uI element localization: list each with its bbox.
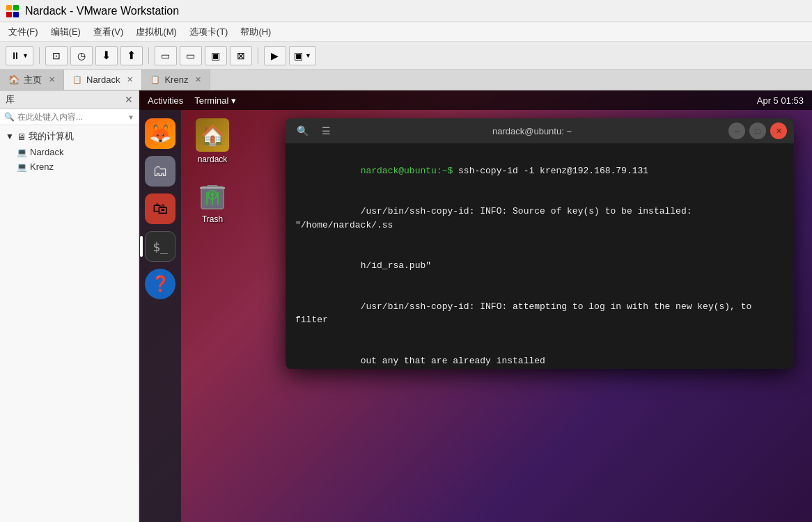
- sidebar-search-bar[interactable]: 🔍 ▼: [0, 109, 139, 125]
- unity-icon: ▶: [271, 50, 279, 61]
- app-icon: [6, 4, 19, 18]
- view4-button[interactable]: ⊠: [230, 46, 252, 65]
- search-input[interactable]: [17, 112, 127, 122]
- toolbar-separator-3: [258, 47, 258, 64]
- terminal-icon: $_: [153, 239, 168, 254]
- tab-nardack-close[interactable]: ✕: [127, 75, 133, 84]
- vm-icon-nardack: 💻: [17, 148, 27, 157]
- tab-home-close[interactable]: ✕: [49, 75, 55, 84]
- toolbar: ⏸ ▼ ⊡ ◷ ⬇ ⬆ ▭ ▭ ▣ ⊠ ▶ ▣ ▼: [0, 42, 812, 70]
- tab-krenz[interactable]: 📋 Krenz ✕: [142, 70, 210, 90]
- terminal-minimize-button[interactable]: –: [728, 122, 745, 139]
- pause-dropdown[interactable]: ▼: [22, 52, 29, 59]
- view2-icon: ▭: [186, 50, 195, 61]
- menu-view[interactable]: 查看(V): [88, 22, 129, 41]
- sidebar-tree: ▼ 🖥 我的计算机 💻 Nardack 💻 Krenz: [0, 125, 139, 522]
- view4-icon: ⊠: [237, 50, 245, 61]
- view1-button[interactable]: ▭: [155, 46, 177, 65]
- menu-file[interactable]: 文件(F): [3, 22, 44, 41]
- sidebar-title: 库: [6, 93, 15, 106]
- terminal-search-button[interactable]: 🔍: [292, 121, 312, 141]
- ubuntu-topbar: Activities Terminal ▾ Apr 5 01:53: [139, 90, 812, 110]
- unity-button[interactable]: ▶: [264, 46, 286, 65]
- activities-button[interactable]: Activities: [148, 95, 183, 106]
- tab-home[interactable]: 🏠 主页 ✕: [0, 70, 64, 90]
- menu-help[interactable]: 帮助(H): [235, 22, 276, 41]
- tree-item-nardack[interactable]: 💻 Nardack: [0, 145, 139, 159]
- desktop-icon-nardack[interactable]: 🏠 nardack: [188, 118, 237, 164]
- tab-home-label: 主页: [24, 74, 42, 86]
- home-folder-label: nardack: [198, 155, 228, 164]
- ubuntu-dock: 🦊 🗂 🛍 $_ ❓: [139, 110, 181, 522]
- tree-root[interactable]: ▼ 🖥 我的计算机: [0, 128, 139, 145]
- tab-krenz-label: Krenz: [164, 74, 188, 85]
- display-icon: ▣: [294, 50, 303, 61]
- tree-root-label: 我的计算机: [29, 130, 74, 143]
- monitor-button[interactable]: ⊡: [45, 46, 68, 65]
- view2-button[interactable]: ▭: [180, 46, 202, 65]
- toolbar-separator-1: [39, 47, 40, 64]
- tree-item-krenz[interactable]: 💻 Krenz: [0, 159, 139, 174]
- term-line-3: h/id_rsa.pub": [295, 246, 784, 287]
- search-icon: 🔍: [4, 112, 15, 122]
- pause-button[interactable]: ⏸ ▼: [6, 46, 33, 65]
- search-dropdown-icon[interactable]: ▼: [127, 113, 134, 121]
- terminal-body[interactable]: nardack@ubuntu:~$ ssh-copy-id -i krenz@1…: [286, 143, 794, 369]
- terminal-window-controls: – □ ✕: [728, 122, 787, 139]
- home-folder-icon: 🏠: [196, 118, 229, 152]
- topbar-app-name[interactable]: Terminal ▾: [194, 95, 236, 106]
- titlebar: Nardack - VMware Workstation: [0, 0, 812, 22]
- terminal-maximize-button[interactable]: □: [749, 122, 766, 139]
- display-dropdown-icon[interactable]: ▼: [305, 52, 311, 59]
- menu-edit[interactable]: 编辑(E): [45, 22, 86, 41]
- terminal-title: nardack@ubuntu: ~: [336, 126, 728, 136]
- revert-button[interactable]: ⬇: [95, 46, 118, 65]
- dock-files[interactable]: 🗂: [145, 156, 175, 187]
- sidebar-header: 库 ✕: [0, 90, 139, 109]
- tab-nardack[interactable]: 📋 Nardack ✕: [64, 70, 142, 90]
- tab-nardack-icon: 📋: [72, 75, 82, 84]
- toolbar-separator-2: [148, 47, 149, 64]
- sidebar-close-icon[interactable]: ✕: [125, 94, 133, 105]
- term-prompt-1: nardack@ubuntu:~$: [361, 166, 458, 176]
- files-icon: 🗂: [153, 162, 168, 180]
- appstore-icon: 🛍: [153, 200, 168, 218]
- terminal-menu-button[interactable]: ☰: [316, 121, 336, 141]
- menu-tabs[interactable]: 选项卡(T): [184, 22, 234, 41]
- tab-krenz-icon: 📋: [150, 75, 160, 84]
- dock-terminal[interactable]: $_: [145, 231, 175, 262]
- sidebar: 库 ✕ 🔍 ▼ ▼ 🖥 我的计算机 💻 Nardack 💻 Krenz: [0, 90, 139, 522]
- revert-icon: ⬇: [102, 49, 111, 62]
- view3-button[interactable]: ▣: [205, 46, 227, 65]
- menu-vm[interactable]: 虚拟机(M): [130, 22, 182, 41]
- view3-icon: ▣: [211, 50, 220, 61]
- tab-home-icon: 🏠: [8, 74, 19, 85]
- terminal-search-icon: 🔍: [297, 125, 309, 136]
- monitor-icon: ⊡: [52, 50, 61, 61]
- tree-item-nardack-label: Nardack: [30, 147, 63, 157]
- topbar-time: Apr 5 01:53: [757, 95, 804, 106]
- help-icon: ❓: [151, 275, 170, 293]
- dock-help[interactable]: ❓: [145, 269, 175, 299]
- share-icon: ⬆: [127, 49, 136, 62]
- pause-icon: ⏸: [10, 50, 20, 61]
- desktop-icon-trash[interactable]: Trash: [188, 178, 237, 224]
- vm-icon-krenz: 💻: [17, 162, 27, 172]
- share-button[interactable]: ⬆: [120, 46, 143, 65]
- terminal-titlebar: 🔍 ☰ nardack@ubuntu: ~ – □: [286, 118, 794, 143]
- terminal-window[interactable]: 🔍 ☰ nardack@ubuntu: ~ – □: [286, 118, 794, 369]
- menubar: 文件(F) 编辑(E) 查看(V) 虚拟机(M) 选项卡(T) 帮助(H): [0, 22, 812, 42]
- snapshot-icon: ◷: [77, 50, 86, 61]
- vm-display-area[interactable]: Activities Terminal ▾ Apr 5 01:53 🦊 🗂 🛍 …: [139, 90, 812, 522]
- term-line-1: nardack@ubuntu:~$ ssh-copy-id -i krenz@1…: [295, 150, 784, 191]
- svg-rect-3: [13, 12, 19, 17]
- terminal-close-button[interactable]: ✕: [770, 122, 787, 139]
- dock-appstore[interactable]: 🛍: [145, 193, 175, 224]
- svg-rect-1: [13, 5, 19, 10]
- ubuntu-desktop[interactable]: Activities Terminal ▾ Apr 5 01:53 🦊 🗂 🛍 …: [139, 90, 812, 522]
- display-button[interactable]: ▣ ▼: [289, 46, 316, 65]
- desktop-icons: 🏠 nardack Tr: [188, 118, 237, 224]
- snapshot-button[interactable]: ◷: [70, 46, 93, 65]
- tab-krenz-close[interactable]: ✕: [195, 75, 201, 84]
- dock-firefox[interactable]: 🦊: [145, 118, 175, 149]
